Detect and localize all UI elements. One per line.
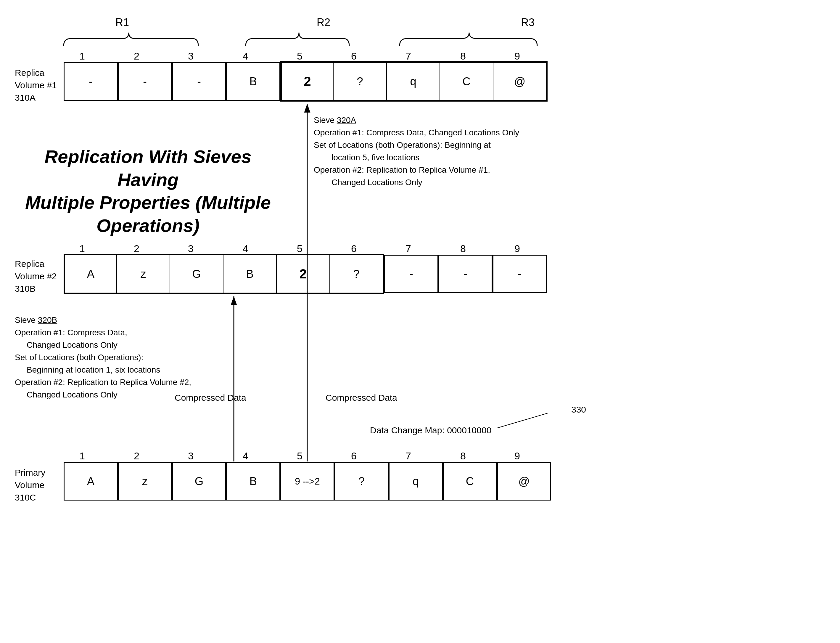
rv1-cell6: ? xyxy=(334,61,388,101)
rv2-col3: 3 xyxy=(188,243,194,255)
sieve-320b-id: 320B xyxy=(38,315,57,325)
rv2-cell4: B xyxy=(223,254,278,294)
pv-cell3: G xyxy=(172,462,226,501)
rv1-cell4: B xyxy=(226,62,280,101)
pv-cell8: C xyxy=(443,462,497,501)
rv1-label-line3: 310A xyxy=(15,93,36,103)
rv1-col8: 8 xyxy=(460,51,466,62)
rv1-col7: 7 xyxy=(405,51,411,62)
rv2-label-line3: 310B xyxy=(15,284,36,294)
sieve-320a-annotation: Sieve 320A Operation #1: Compress Data, … xyxy=(314,114,521,189)
compressed-data-label2: Compressed Data xyxy=(326,391,397,404)
title-text: Replication With Sieves HavingMultiple P… xyxy=(25,146,271,236)
sieve-320a-title: Sieve 320A xyxy=(314,114,521,126)
diagram-container: R1 R2 R3 1 2 3 4 5 6 7 8 9 Replica Volum… xyxy=(0,0,840,643)
pv-cell4: B xyxy=(226,462,280,501)
pv-col8: 8 xyxy=(460,450,466,462)
pv-col2: 2 xyxy=(134,450,139,462)
rv2-cell7: - xyxy=(384,255,438,293)
sieve-320a-op2b: Changed Locations Only xyxy=(314,176,521,189)
sieve-320b-annotation: Sieve 320B Operation #1: Compress Data, … xyxy=(15,314,222,401)
pv-cell6: ? xyxy=(334,462,389,501)
rv1-col4: 4 xyxy=(243,51,248,62)
rv1-col3: 3 xyxy=(188,51,194,62)
rv1-label-line2: Volume #1 xyxy=(15,80,57,90)
main-title: Replication With Sieves HavingMultiple P… xyxy=(18,145,278,237)
pv-cell5: 9 -->2 xyxy=(280,462,334,501)
rv2-cell2: z xyxy=(117,254,171,294)
compressed-data-label1: Compressed Data xyxy=(175,391,246,404)
pv-label-line2: Volume xyxy=(15,480,44,490)
rv2-label-line2: Volume #2 xyxy=(15,271,57,281)
rv1-col9: 9 xyxy=(514,51,520,62)
sieve-320b-setloc: Set of Locations (both Operations): xyxy=(15,351,222,364)
sieve-320a-op1: Operation #1: Compress Data, Changed Loc… xyxy=(314,126,521,139)
rv1-cell3: - xyxy=(172,62,226,101)
rv2-cell9: - xyxy=(493,255,547,293)
sieve-320a-setloc2: location 5, five locations xyxy=(314,151,521,164)
rv2-cell6: ? xyxy=(330,254,384,294)
pv-cell2: z xyxy=(118,462,172,501)
sieve-320b-op1b: Changed Locations Only xyxy=(15,339,222,351)
rv1-col6: 6 xyxy=(351,51,357,62)
sieve-320b-title: Sieve 320B xyxy=(15,314,222,326)
rv2-col4: 4 xyxy=(243,243,248,255)
pv-cell1: A xyxy=(63,462,118,501)
pv-col5: 5 xyxy=(297,450,303,462)
rv2-col8: 8 xyxy=(460,243,466,255)
rv1-col1: 1 xyxy=(79,51,85,62)
pv-cell9: @ xyxy=(497,462,551,501)
rv2-col6: 6 xyxy=(351,243,357,255)
rv1-cell9: @ xyxy=(493,61,548,101)
rv2-col5: 5 xyxy=(297,243,303,255)
pv-col4: 4 xyxy=(243,450,248,462)
sieve-320b-op1: Operation #1: Compress Data, xyxy=(15,326,222,339)
pv-label: Primary Volume 310C xyxy=(15,467,62,504)
pv-col7: 7 xyxy=(405,450,411,462)
pv-label-line3: 310C xyxy=(15,493,36,502)
pv-col3: 3 xyxy=(188,450,194,462)
data-change-map-ref: 330 xyxy=(571,403,586,416)
pv-cell7: q xyxy=(389,462,443,501)
rv2-cell1: A xyxy=(63,254,118,294)
rv2-cell3: G xyxy=(170,254,225,294)
pv-label-line1: Primary xyxy=(15,468,45,477)
pv-col9: 9 xyxy=(514,450,520,462)
rv2-cell5: 2 xyxy=(277,254,331,294)
rv1-cell7: q xyxy=(387,61,441,101)
rv2-label-line1: Replica xyxy=(15,259,44,269)
rv2-label: Replica Volume #2 310B xyxy=(15,258,62,295)
rv2-col1: 1 xyxy=(79,243,85,255)
rv2-col9: 9 xyxy=(514,243,520,255)
rv1-cell1: - xyxy=(63,62,118,101)
pv-col1: 1 xyxy=(79,450,85,462)
rv1-col2: 2 xyxy=(134,51,139,62)
rv1-col5: 5 xyxy=(297,51,303,62)
rv2-col2: 2 xyxy=(134,243,139,255)
rv1-cell2: - xyxy=(118,62,172,101)
sieve-320b-op2: Operation #2: Replication to Replica Vol… xyxy=(15,376,222,388)
svg-line-3 xyxy=(497,413,548,428)
data-change-map-label: Data Change Map: 000010000 xyxy=(370,424,491,437)
rv2-cell8: - xyxy=(438,255,493,293)
sieve-320a-op2: Operation #2: Replication to Replica Vol… xyxy=(314,164,521,176)
sieve-320b-setloc2: Beginning at location 1, six locations xyxy=(15,364,222,376)
pv-col6: 6 xyxy=(351,450,357,462)
rv1-cell5: 2 xyxy=(280,61,334,101)
rv2-col7: 7 xyxy=(405,243,411,255)
sieve-320a-setloc: Set of Locations (both Operations): Begi… xyxy=(314,139,521,151)
braces-svg xyxy=(0,0,840,59)
rv1-cell8: C xyxy=(440,61,494,101)
rv1-label: Replica Volume #1 310A xyxy=(15,67,62,104)
rv1-label-line1: Replica xyxy=(15,68,44,78)
